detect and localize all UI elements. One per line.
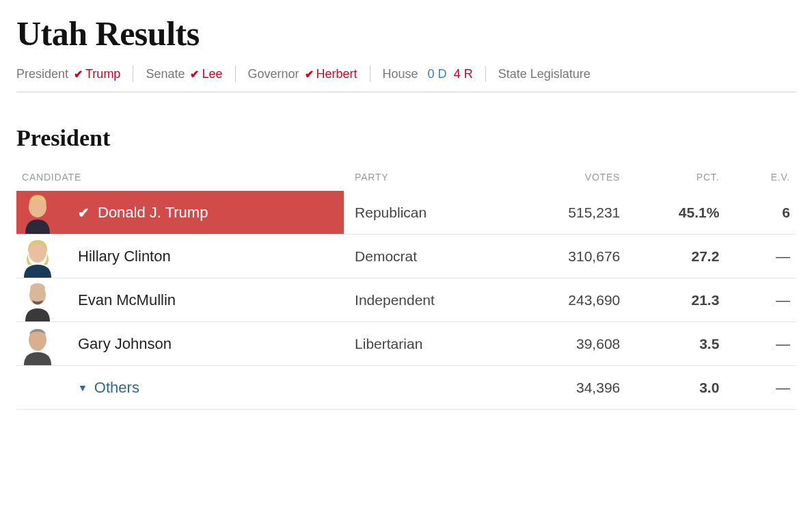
nav-label: President (16, 67, 68, 81)
candidate-party: Democrat (349, 235, 505, 278)
checkmark-icon: ✔ (305, 68, 314, 81)
header-party: Party (349, 165, 505, 191)
nav-winner: Herbert (316, 67, 357, 81)
candidate-pct: 3.0 (625, 366, 725, 410)
candidate-party: Republican (349, 191, 505, 235)
candidate-pct: 27.2 (625, 235, 725, 278)
nav-house[interactable]: House 0 D 4 R (370, 66, 486, 82)
results-table: Candidate Party Votes Pct. E.V. ✔ Donald… (16, 165, 796, 410)
section-title: President (16, 125, 796, 151)
header-votes: Votes (505, 165, 625, 191)
page-title: Utah Results (16, 14, 796, 53)
table-row: Hillary Clinton Democrat 310,676 27.2 — (16, 235, 796, 278)
candidate-votes: 310,676 (505, 235, 625, 278)
svg-point-3 (30, 283, 45, 293)
candidate-party: Libertarian (349, 322, 505, 366)
house-dem-count: 0 D (428, 67, 447, 81)
house-rep-count: 4 R (454, 67, 473, 81)
candidate-votes: 243,690 (505, 278, 625, 322)
candidate-pct: 3.5 (625, 322, 725, 366)
checkmark-icon: ✔ (190, 68, 199, 81)
candidate-ev: — (725, 366, 796, 410)
candidate-pct: 21.3 (625, 278, 725, 322)
candidate-avatar (16, 235, 59, 278)
nav-state-legislature[interactable]: State Legislature (486, 66, 608, 82)
checkmark-icon: ✔ (74, 68, 83, 81)
results-nav: President ✔ Trump Senate ✔ Lee Governor … (16, 66, 796, 92)
candidate-votes: 39,608 (505, 322, 625, 366)
table-row: Evan McMullin Independent 243,690 21.3 — (16, 278, 796, 322)
candidate-ev: — (725, 235, 796, 278)
nav-label: State Legislature (498, 67, 591, 81)
candidate-name: Hillary Clinton (78, 248, 171, 265)
candidate-ev: — (725, 278, 796, 322)
candidate-ev: 6 (725, 191, 796, 235)
others-label: Others (94, 379, 139, 397)
candidate-votes: 34,396 (505, 366, 625, 410)
header-ev: E.V. (725, 165, 796, 191)
nav-label: Governor (248, 67, 299, 81)
header-pct: Pct. (625, 165, 725, 191)
header-candidate: Candidate (16, 165, 349, 191)
candidate-name: Donald J. Trump (98, 204, 208, 222)
candidate-pct: 45.1% (625, 191, 725, 235)
nav-label: Senate (146, 67, 185, 81)
candidate-votes: 515,231 (505, 191, 625, 235)
others-row[interactable]: ▼ Others 34,396 3.0 — (16, 366, 796, 410)
table-row: ✔ Donald J. Trump Republican 515,231 45.… (16, 191, 796, 235)
nav-senate[interactable]: Senate ✔ Lee (133, 66, 235, 82)
caret-down-icon: ▼ (78, 382, 87, 393)
nav-winner: Lee (202, 67, 222, 81)
candidate-avatar (16, 322, 59, 365)
nav-winner: Trump (85, 67, 120, 81)
candidate-name: Gary Johnson (78, 335, 172, 353)
nav-president[interactable]: President ✔ Trump (16, 66, 133, 82)
candidate-avatar (16, 191, 59, 234)
checkmark-icon: ✔ (78, 204, 90, 221)
candidate-ev: — (725, 322, 796, 366)
candidate-name: Evan McMullin (78, 291, 176, 309)
candidate-avatar (16, 278, 59, 321)
candidate-party: Independent (349, 278, 505, 322)
table-row: Gary Johnson Libertarian 39,608 3.5 — (16, 322, 796, 366)
nav-governor[interactable]: Governor ✔ Herbert (236, 66, 370, 82)
candidate-party (349, 366, 505, 410)
nav-label: House (383, 67, 418, 81)
